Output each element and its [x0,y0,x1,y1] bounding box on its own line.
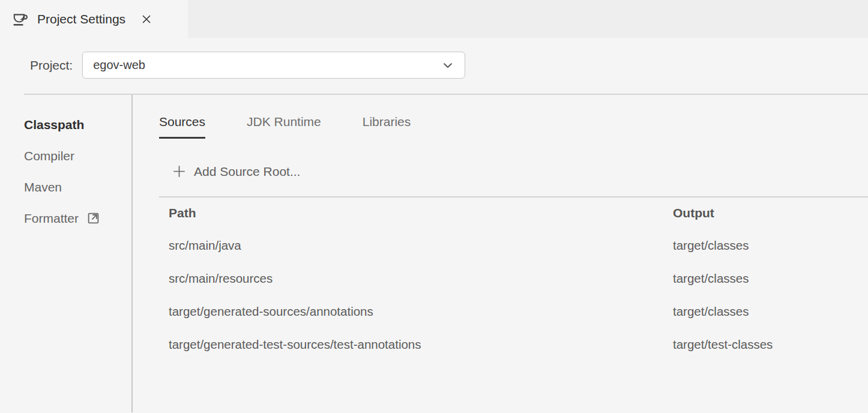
table-row[interactable]: target/generated-test-sources/test-annot… [159,328,868,361]
add-source-root-button[interactable]: Add Source Root... [171,163,300,179]
plus-icon [171,163,187,179]
add-source-root-label: Add Source Root... [194,164,300,179]
panel-tabs: Sources JDK Runtime Libraries [159,115,868,139]
sidebar-item-maven[interactable]: Maven [24,179,62,194]
sidebar-item-formatter[interactable]: Formatter [24,211,101,226]
path-cell: target/generated-test-sources/test-annot… [159,337,663,352]
output-cell: target/classes [663,304,868,319]
sidebar-item-compiler[interactable]: Compiler [24,148,74,163]
column-header-path: Path [159,206,663,220]
tab-jdk-runtime[interactable]: JDK Runtime [247,115,321,139]
output-cell: target/classes [663,271,868,286]
project-select[interactable]: egov-web [82,52,465,79]
path-cell: target/generated-sources/annotations [159,304,663,319]
output-cell: target/test-classes [663,337,868,352]
column-header-output: Output [663,206,868,220]
settings-sidebar: Classpath Compiler Maven Formatter [0,95,131,412]
external-link-icon [86,211,101,226]
sidebar-item-label: Formatter [24,211,79,226]
table-row[interactable]: src/main/resources target/classes [159,262,868,295]
table-header-row: Path Output [159,197,868,229]
classpath-panel: Sources JDK Runtime Libraries Add Source… [133,95,868,412]
sidebar-item-label: Classpath [24,117,84,132]
project-select-value: egov-web [93,58,145,72]
output-cell: target/classes [663,238,868,253]
close-icon[interactable] [140,13,153,26]
project-label: Project: [30,58,73,73]
editor-tab-bar: Project Settings [0,0,868,38]
table-row[interactable]: target/generated-sources/annotations tar… [159,295,868,328]
project-settings-tab[interactable]: Project Settings [0,0,188,38]
sidebar-item-label: Compiler [24,148,74,163]
sidebar-item-label: Maven [24,179,62,194]
chevron-down-icon [440,58,456,73]
path-cell: src/main/java [159,238,663,253]
tab-title: Project Settings [37,12,125,26]
tab-sources[interactable]: Sources [159,115,205,139]
project-selector-row: Project: egov-web [30,52,868,79]
settings-main: Classpath Compiler Maven Formatter Sourc… [0,95,868,412]
path-cell: src/main/resources [159,271,663,286]
java-cup-icon [11,10,29,28]
sidebar-item-classpath[interactable]: Classpath [24,117,84,132]
table-row[interactable]: src/main/java target/classes [159,229,868,262]
tab-libraries[interactable]: Libraries [363,115,411,139]
